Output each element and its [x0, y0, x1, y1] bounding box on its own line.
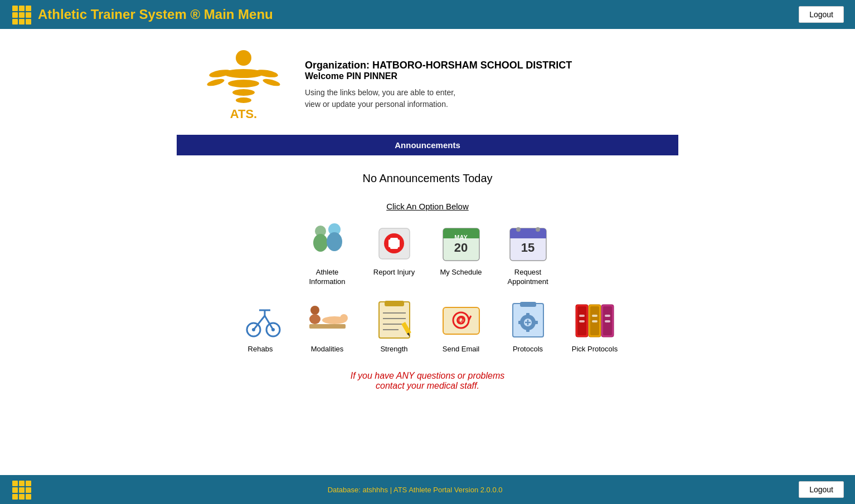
- svg-rect-0: [12, 6, 18, 11]
- svg-point-13: [236, 97, 251, 103]
- svg-rect-85: [605, 320, 610, 322]
- athlete-information-label: AthleteInformation: [309, 268, 345, 287]
- org-name: Organization: HATBORO-HORSHAM SCHOOL DIS…: [305, 60, 572, 71]
- athlete-information-button[interactable]: AthleteInformation: [299, 221, 355, 287]
- svg-point-17: [262, 77, 280, 87]
- svg-rect-92: [12, 494, 18, 500]
- announcements-bar: Announcements: [177, 135, 678, 155]
- svg-point-50: [309, 314, 320, 324]
- protocols-icon: [503, 298, 553, 342]
- menu-row-2: Rehabs Modalities: [232, 298, 623, 354]
- my-schedule-button[interactable]: MAY 20 My Schedule: [433, 221, 489, 287]
- svg-rect-93: [19, 494, 25, 500]
- svg-rect-87: [19, 481, 25, 486]
- send-email-label: Send Email: [443, 345, 479, 354]
- svg-rect-51: [379, 302, 410, 338]
- svg-rect-46: [309, 324, 346, 329]
- svg-rect-71: [533, 321, 538, 324]
- svg-point-14: [208, 68, 231, 79]
- svg-rect-65: [520, 302, 536, 307]
- svg-point-37: [536, 227, 540, 232]
- injury-icon: [369, 221, 419, 266]
- announcements-label: Announcements: [395, 140, 460, 150]
- footer-db-text: Database: atshhhs | ATS Athlete Portal V…: [31, 486, 799, 494]
- svg-rect-80: [579, 315, 585, 317]
- svg-text:@: @: [456, 314, 466, 325]
- svg-rect-81: [579, 320, 585, 322]
- svg-rect-83: [592, 320, 597, 322]
- org-text: Organization: HATBORO-HORSHAM SCHOOL DIS…: [305, 60, 572, 110]
- svg-point-36: [516, 227, 521, 232]
- logout-button-top[interactable]: Logout: [799, 6, 844, 23]
- pick-protocols-label: Pick Protocols: [572, 345, 618, 354]
- rehabs-icon: [235, 298, 285, 342]
- logout-button-bottom[interactable]: Logout: [799, 481, 844, 498]
- send-email-button[interactable]: @ Send Email: [433, 298, 489, 354]
- strength-label: Strength: [380, 345, 407, 354]
- app-title: Athletic Trainer System ® Main Menu: [38, 7, 273, 22]
- svg-text:15: 15: [521, 241, 534, 255]
- strength-button[interactable]: Strength: [366, 298, 422, 354]
- header: Athletic Trainer System ® Main Menu Logo…: [0, 0, 855, 29]
- strength-icon: [369, 298, 419, 342]
- header-left: Athletic Trainer System ® Main Menu: [11, 4, 273, 25]
- description-line1: Using the links below, you are able to e…: [305, 87, 572, 99]
- svg-rect-70: [518, 321, 523, 324]
- svg-text:MAY: MAY: [454, 234, 468, 241]
- help-text-line2: contact your medical staff.: [376, 381, 479, 390]
- svg-text:ATS.: ATS.: [230, 107, 257, 121]
- report-injury-label: Report Injury: [373, 268, 415, 277]
- options-section: Click An Option Below AthleteInformation: [177, 202, 678, 413]
- modalities-icon: [302, 298, 352, 342]
- svg-point-16: [255, 68, 278, 79]
- schedule-icon: MAY 20: [436, 221, 486, 266]
- ats-logo: ATS.: [199, 46, 288, 124]
- svg-point-48: [340, 314, 348, 322]
- svg-rect-52: [385, 301, 404, 306]
- svg-rect-89: [12, 487, 18, 493]
- svg-rect-1: [19, 6, 25, 11]
- protocols-label: Protocols: [513, 345, 543, 354]
- footer-logo-icon: [11, 479, 31, 500]
- menu-row-1: AthleteInformation Report Injury: [299, 221, 556, 287]
- request-appointment-button[interactable]: 15 Request Appointment: [500, 221, 556, 287]
- email-icon: @: [436, 298, 486, 342]
- svg-rect-68: [526, 313, 529, 317]
- svg-rect-90: [19, 487, 25, 493]
- svg-rect-6: [12, 19, 18, 25]
- pick-protocols-icon: [570, 298, 620, 342]
- svg-point-11: [228, 80, 259, 87]
- svg-rect-69: [526, 327, 529, 332]
- protocols-button[interactable]: Protocols: [500, 298, 556, 354]
- request-appointment-label: Request Appointment: [500, 268, 556, 287]
- svg-rect-2: [26, 6, 31, 11]
- svg-rect-26: [388, 239, 400, 247]
- svg-point-15: [206, 77, 225, 87]
- svg-rect-7: [19, 19, 25, 25]
- modalities-button[interactable]: Modalities: [299, 298, 355, 354]
- svg-rect-84: [605, 315, 610, 317]
- svg-point-22: [327, 232, 342, 251]
- appointment-icon: 15: [503, 221, 553, 266]
- svg-rect-34: [510, 235, 546, 238]
- svg-rect-86: [12, 481, 18, 486]
- main-content: ATS. Organization: HATBORO-HORSHAM SCHOO…: [0, 29, 855, 475]
- help-text: If you have ANY questions or problems co…: [351, 365, 505, 402]
- svg-rect-94: [26, 494, 31, 500]
- svg-rect-5: [26, 12, 31, 18]
- rehabs-label: Rehabs: [248, 345, 273, 354]
- description-line2: view or update your personal information…: [305, 99, 572, 110]
- svg-point-9: [236, 50, 251, 66]
- rehabs-button[interactable]: Rehabs: [232, 298, 288, 354]
- report-injury-button[interactable]: Report Injury: [366, 221, 422, 287]
- welcome-text: Welcome PIN PINNER: [305, 71, 572, 81]
- footer: Database: atshhhs | ATS Athlete Portal V…: [0, 475, 855, 504]
- svg-text:20: 20: [454, 241, 467, 255]
- no-announcements-text: No Announcements Today: [362, 161, 492, 202]
- svg-point-20: [313, 234, 328, 252]
- svg-rect-82: [592, 315, 597, 317]
- svg-rect-4: [19, 12, 25, 18]
- svg-rect-8: [26, 19, 31, 25]
- svg-point-49: [310, 306, 319, 315]
- pick-protocols-button[interactable]: Pick Protocols: [567, 298, 623, 354]
